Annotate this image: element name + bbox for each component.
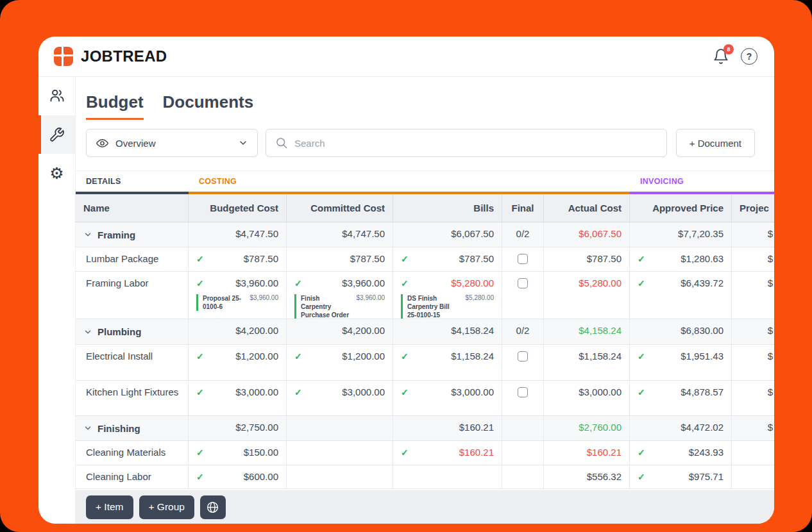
cell-projected[interactable]: $ <box>732 319 774 345</box>
sidebar-item-settings[interactable]: ⚙ <box>38 154 75 192</box>
cell-actual[interactable]: $787.50 <box>544 247 630 272</box>
collapse-toggle[interactable] <box>83 424 92 433</box>
add-item-button[interactable]: + Item <box>86 495 133 519</box>
cell-bills[interactable]: ✓$1,158.24 <box>393 345 502 381</box>
notifications-button[interactable]: 8 <box>713 48 729 65</box>
cell-budgeted[interactable]: ✓$150.00 <box>189 441 287 465</box>
cell-name[interactable]: Framing Labor <box>76 272 189 319</box>
tab-documents[interactable]: Documents <box>163 92 254 120</box>
cell-projected[interactable]: $ <box>732 247 774 272</box>
column-header-final[interactable]: Final <box>502 194 544 222</box>
cell-bills[interactable]: $4,158.24 <box>393 319 502 345</box>
view-selector[interactable]: Overview <box>86 129 258 157</box>
final-checkbox[interactable] <box>518 351 528 362</box>
cell-bills[interactable]: ✓$3,000.00 <box>393 381 502 416</box>
cell-actual[interactable]: $5,280.00 <box>544 272 630 319</box>
cell-projected[interactable] <box>732 465 774 489</box>
cell-committed[interactable]: $4,200.00 <box>287 319 393 345</box>
cell-bills[interactable] <box>393 465 502 489</box>
cell-approved[interactable]: $7,7,20.35 <box>630 222 732 247</box>
table-row[interactable]: Lumbar Package✓$787.50$787.50✓$787.50$78… <box>76 247 774 272</box>
cell-name[interactable]: Cleaning Materials <box>76 441 189 465</box>
column-header-bills[interactable]: Bills <box>393 194 502 222</box>
cell-committed[interactable] <box>287 416 393 441</box>
cell-budgeted[interactable]: $2,750.00 <box>189 416 287 441</box>
cell-final[interactable] <box>502 272 544 319</box>
cell-final[interactable] <box>502 416 544 441</box>
cell-final[interactable]: 0/2 <box>502 222 544 247</box>
cell-projected[interactable]: $ <box>732 416 774 441</box>
cell-approved[interactable]: ✓$1,280.63 <box>630 247 732 272</box>
tab-budget[interactable]: Budget <box>86 92 144 120</box>
cell-approved[interactable]: ✓$6,439.72 <box>630 272 732 319</box>
cell-approved[interactable]: ✓$1,951.43 <box>630 345 732 381</box>
cell-bills[interactable]: $6,067.50 <box>393 222 502 247</box>
cell-budgeted[interactable]: $4,747.50 <box>189 222 287 247</box>
cell-actual[interactable]: $4,158.24 <box>544 319 630 345</box>
cell-actual[interactable]: $556.32 <box>544 465 630 489</box>
cell-approved[interactable]: ✓$4,878.57 <box>630 381 732 416</box>
globe-button[interactable] <box>200 495 226 519</box>
column-header-name[interactable]: Name <box>76 194 189 222</box>
cell-final[interactable] <box>502 381 544 416</box>
cell-committed[interactable]: ✓$3,000.00 <box>287 381 393 416</box>
cell-budgeted[interactable]: $4,200.00 <box>189 319 287 345</box>
table-row[interactable]: Cleaning Materials✓$150.00✓$160.21$160.2… <box>76 441 774 465</box>
final-checkbox[interactable] <box>518 254 528 264</box>
cell-committed[interactable]: $787.50 <box>287 247 393 272</box>
cell-approved[interactable]: $6,830.00 <box>630 319 732 345</box>
cell-name[interactable]: Plumbing <box>76 319 189 345</box>
cell-budgeted[interactable]: ✓$3,960.00Proposal 25-0100-6$3,960.00 <box>189 272 287 319</box>
cell-committed[interactable]: ✓$1,200.00 <box>287 345 393 381</box>
cell-projected[interactable]: $ <box>732 272 774 319</box>
table-row[interactable]: Electrical Install✓$1,200.00✓$1,200.00✓$… <box>76 345 774 381</box>
cell-final[interactable] <box>502 465 544 489</box>
cell-actual[interactable]: $6,067.50 <box>544 222 630 247</box>
cell-bills[interactable]: ✓$5,280.00DS Finish Carpentry Bill 25-01… <box>393 272 502 319</box>
help-button[interactable]: ? <box>741 48 757 65</box>
final-checkbox[interactable] <box>518 278 528 288</box>
cell-committed[interactable]: ✓$3,960.00Finish Carpentry Purchase Orde… <box>287 272 393 319</box>
cell-name[interactable]: Lumbar Package <box>76 247 189 272</box>
cell-projected[interactable]: $ <box>732 381 774 416</box>
cell-actual[interactable]: $3,000.00 <box>544 381 630 416</box>
sidebar-item-tools[interactable] <box>38 115 75 154</box>
cell-name[interactable]: Framing <box>76 222 189 247</box>
cell-final[interactable] <box>502 345 544 381</box>
linked-document[interactable]: DS Finish Carpentry Bill 25-0100-15$5,28… <box>401 294 494 319</box>
jobtread-logo[interactable]: JOBTREAD <box>53 46 167 67</box>
table-row[interactable]: Kitchen Light Fixtures✓$3,000.00✓$3,000.… <box>76 381 774 416</box>
table-row[interactable]: Framing Labor✓$3,960.00Proposal 25-0100-… <box>76 272 774 319</box>
cell-bills[interactable]: ✓$787.50 <box>393 247 502 272</box>
table-group-row[interactable]: Plumbing$4,200.00$4,200.00$4,158.240/2$4… <box>76 319 774 345</box>
cell-name[interactable]: Electrical Install <box>76 345 189 381</box>
cell-committed[interactable] <box>287 441 393 465</box>
cell-projected[interactable] <box>732 441 774 465</box>
cell-name[interactable]: Kitchen Light Fixtures <box>76 381 189 416</box>
linked-document[interactable]: Proposal 25-0100-6$3,960.00 <box>196 294 278 311</box>
cell-budgeted[interactable]: ✓$3,000.00 <box>189 381 287 416</box>
cell-committed[interactable]: $4,747.50 <box>287 222 393 247</box>
cell-budgeted[interactable]: ✓$787.50 <box>189 247 287 272</box>
table-group-row[interactable]: Framing$4,747.50$4,747.50$6,067.500/2$6,… <box>76 222 774 247</box>
table-row[interactable]: Cleaning Labor✓$600.00$556.32✓$975.71 <box>76 465 774 489</box>
cell-approved[interactable]: $4,472.02 <box>630 416 732 441</box>
cell-committed[interactable] <box>287 465 393 489</box>
cell-approved[interactable]: ✓$975.71 <box>630 465 732 489</box>
cell-final[interactable]: 0/2 <box>502 319 544 345</box>
search-input[interactable] <box>294 138 657 149</box>
cell-actual[interactable]: $2,760.00 <box>544 416 630 441</box>
cell-actual[interactable]: $160.21 <box>544 441 630 465</box>
cell-name[interactable]: Cleaning Labor <box>76 465 189 489</box>
table-group-row[interactable]: Finishing$2,750.00$160.21$2,760.00$4,472… <box>76 416 774 441</box>
add-document-button[interactable]: + Document <box>676 129 755 157</box>
cell-actual[interactable]: $1,158.24 <box>544 345 630 381</box>
cell-name[interactable]: Finishing <box>76 416 189 441</box>
cell-bills[interactable]: $160.21 <box>393 416 502 441</box>
cell-projected[interactable]: $ <box>732 222 774 247</box>
column-header-budgeted-cost[interactable]: Budgeted Cost <box>189 194 287 222</box>
cell-projected[interactable]: $ <box>732 345 774 381</box>
column-header-approved-price[interactable]: Approved Price <box>630 194 732 222</box>
cell-budgeted[interactable]: ✓$1,200.00 <box>189 345 287 381</box>
cell-final[interactable] <box>502 441 544 465</box>
